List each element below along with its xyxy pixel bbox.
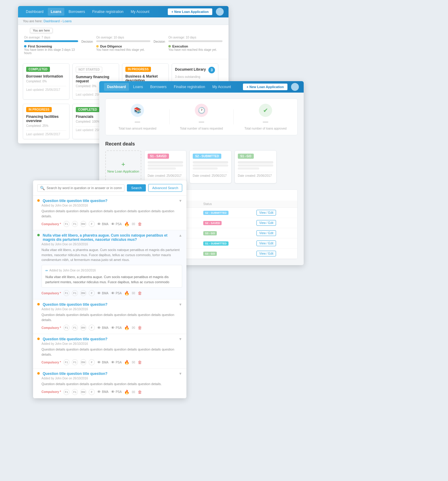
psa-tag-4[interactable]: 👁 PSA: [111, 390, 122, 394]
search-button[interactable]: Search: [127, 184, 146, 191]
bma-tag-2[interactable]: 👁 BMA: [97, 326, 109, 330]
view-edit-btn-4[interactable]: View / Edit: [256, 251, 276, 256]
eye-icon2-1: 👁: [111, 291, 115, 296]
eye-icon2-0: 👁: [111, 222, 115, 226]
email-icon-3[interactable]: ✉: [132, 360, 135, 365]
q-tag-1-2[interactable]: BM: [80, 290, 86, 296]
task-card-financing[interactable]: IN PROGRESS Financing facilities overvie…: [23, 104, 69, 139]
doc-count-badge: 3: [208, 67, 215, 73]
delete-icon-2[interactable]: 🗑: [138, 325, 142, 330]
compulsory-tag-1: Compulsory *: [41, 292, 61, 295]
q-tag-2-0[interactable]: F1: [63, 325, 69, 331]
bma-tag-0[interactable]: 👁 BMA: [97, 222, 109, 226]
bma-tag-1[interactable]: 👁 BMA: [97, 291, 109, 296]
view-edit-btn-0[interactable]: View / Edit: [256, 210, 276, 216]
q-title-4[interactable]: Question title question title question?: [43, 372, 107, 376]
deal-sub2-2: [238, 167, 259, 170]
new-loan-btn-2[interactable]: + New Loan Application: [243, 84, 287, 90]
advanced-search-button[interactable]: Advanced Search: [148, 184, 182, 192]
flame-icon-3[interactable]: 🔥: [124, 360, 129, 365]
psa-tag-2[interactable]: 👁 PSA: [111, 326, 122, 330]
q-tag-0-3[interactable]: F: [89, 221, 95, 227]
task-card-borrower[interactable]: COMPLETED Borrower Information Completed…: [23, 63, 69, 100]
window-questions: 🔍 Search Advanced Search Question title …: [33, 180, 186, 398]
nav-finalise[interactable]: Finalise registration: [89, 8, 127, 16]
deal-card-0[interactable]: S1 - SAVED Date created: 25/06/2017: [144, 150, 186, 183]
chevron-icon-1[interactable]: ▲: [179, 233, 182, 237]
q-tag-4-0[interactable]: F1: [63, 389, 69, 395]
search-input-wrap[interactable]: 🔍: [37, 184, 124, 192]
psa-tag-1[interactable]: 👁 PSA: [111, 291, 122, 296]
q-title-3[interactable]: Question title question title question?: [43, 337, 107, 341]
cell-action-3: View / Edit: [253, 238, 297, 249]
view-edit-btn-2[interactable]: View / Edit: [256, 230, 276, 236]
q-tag-0-2[interactable]: BM: [80, 221, 86, 227]
psa-tag-0[interactable]: 👁 PSA: [111, 222, 122, 226]
q-tag-3-1[interactable]: F1: [72, 359, 78, 365]
q-title-1[interactable]: Nulla vitae elit libero, a pharetra augu…: [43, 233, 179, 242]
loan-amount-icon: 📚: [131, 104, 144, 117]
q-tag-0-1[interactable]: F1: [72, 221, 78, 227]
stat-loans-requested: 🕐 — Total number of loans requested: [173, 104, 230, 130]
q-tag-1-1[interactable]: F1: [72, 290, 78, 296]
bma-tag-3[interactable]: 👁 BMA: [97, 360, 109, 365]
nav2-dashboard[interactable]: Dashboard: [104, 83, 129, 91]
stats-row: 📚 — Total loan amount requested 🕐 — Tota…: [105, 99, 298, 135]
new-deal-card[interactable]: + New Loan Application: [105, 150, 141, 183]
view-edit-btn-1[interactable]: View / Edit: [256, 220, 276, 226]
chevron-icon-0[interactable]: ▼: [179, 199, 182, 203]
q-tag-2-3[interactable]: F: [89, 325, 95, 331]
view-edit-btn-3[interactable]: View / Edit: [256, 240, 276, 246]
nav-borrowers[interactable]: Borrowers: [66, 8, 88, 16]
nav-dashboard[interactable]: Dashboard: [23, 8, 47, 16]
psa-tag-3[interactable]: 👁 PSA: [111, 360, 122, 365]
delete-icon-1[interactable]: 🗑: [138, 291, 142, 296]
flame-icon-2[interactable]: 🔥: [124, 325, 129, 330]
nav2-finalise[interactable]: Finalise registration: [171, 83, 208, 91]
q-tag-3-2[interactable]: BM: [80, 359, 86, 365]
chevron-icon-3[interactable]: ▼: [179, 337, 182, 341]
q-title-2[interactable]: Question title question title question?: [43, 302, 107, 307]
delete-icon-0[interactable]: 🗑: [138, 222, 142, 226]
chevron-icon-2[interactable]: ▼: [179, 302, 182, 307]
deal-card-1[interactable]: S2 - SUBMITTED Date created: 25/06/2017: [189, 150, 232, 183]
q-title-0[interactable]: Question title question title question?: [43, 199, 107, 203]
q-details-2: Question details question details questi…: [41, 312, 182, 322]
nav2-borrowers[interactable]: Borrowers: [147, 83, 170, 91]
q-tag-3-3[interactable]: F: [89, 359, 95, 365]
email-icon-0[interactable]: ✉: [132, 222, 135, 226]
badge-completed-2: COMPLETED: [76, 107, 100, 112]
nav2-loans[interactable]: Loans: [130, 83, 146, 91]
bma-tag-4[interactable]: 👁 BMA: [97, 390, 109, 394]
breadcrumb-link-dashboard[interactable]: Dashboard: [44, 19, 60, 23]
flame-icon-4[interactable]: 🔥: [124, 390, 129, 394]
new-loan-btn-1[interactable]: + New Loan Application: [168, 8, 212, 15]
email-icon-2[interactable]: ✉: [132, 325, 135, 330]
q-tag-2-2[interactable]: BM: [80, 325, 86, 331]
q-tag-0-0[interactable]: F1: [63, 221, 69, 227]
flame-icon-1[interactable]: 🔥: [124, 291, 129, 296]
q-tag-1-3[interactable]: F: [89, 290, 95, 296]
breadcrumb-link-loans[interactable]: Loans: [63, 19, 72, 23]
delete-icon-3[interactable]: 🗑: [138, 360, 142, 365]
deal-card-2[interactable]: S1 - GO Date created: 25/06/2017: [235, 150, 277, 183]
delete-icon-4[interactable]: 🗑: [138, 390, 142, 394]
q-tag-4-3[interactable]: F: [89, 389, 95, 395]
nav2-account[interactable]: My Account: [209, 83, 234, 91]
nav-account[interactable]: My Account: [128, 8, 152, 16]
search-input[interactable]: [47, 186, 122, 190]
flame-icon-0[interactable]: 🔥: [124, 222, 129, 226]
task-title-1: Borrower Information: [26, 74, 66, 78]
q-tag-3-0[interactable]: F1: [63, 359, 69, 365]
chevron-icon-4[interactable]: ▼: [179, 372, 182, 376]
q-tag-1-0[interactable]: F1: [63, 290, 69, 296]
q-tag-4-1[interactable]: F1: [72, 389, 78, 395]
q-tag-2-1[interactable]: F1: [72, 325, 78, 331]
answer-block-1: ✏ Added by John Doe on 26/10/2016 Nulla …: [41, 265, 182, 288]
you-are-here-tooltip: You are here: [30, 28, 53, 33]
cell-status-2: S3 - GO: [200, 228, 253, 238]
email-icon-4[interactable]: ✉: [132, 390, 135, 394]
q-tag-4-2[interactable]: BM: [80, 389, 86, 395]
email-icon-1[interactable]: ✉: [132, 291, 135, 296]
nav-loans[interactable]: Loans: [48, 8, 64, 16]
